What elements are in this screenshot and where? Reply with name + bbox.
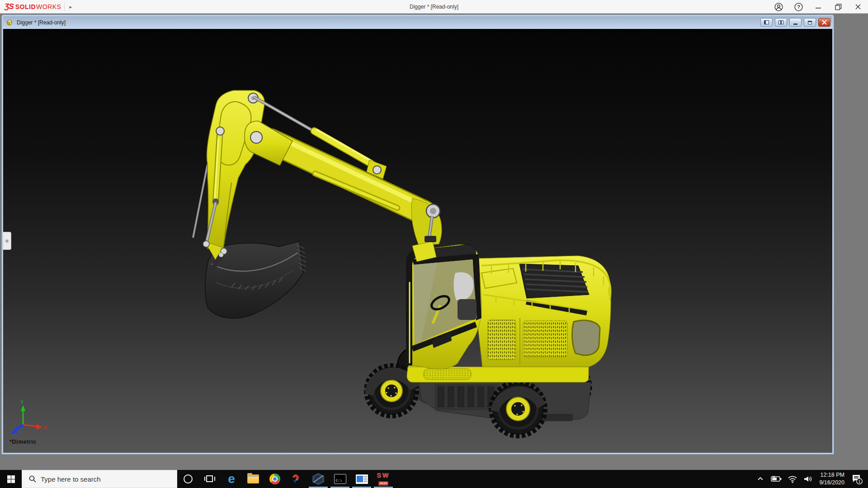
wifi-icon[interactable] bbox=[785, 470, 800, 488]
taskbar-clock[interactable]: 12:18 PM 9/16/2020 bbox=[816, 471, 848, 487]
sw-icon-letters: SW bbox=[377, 472, 390, 479]
solidworks-logo-glyph: ƷS bbox=[5, 2, 14, 11]
sw-icon-year: 2020 bbox=[378, 481, 388, 486]
svg-text:?: ? bbox=[797, 4, 800, 9]
minimize-icon[interactable] bbox=[814, 2, 823, 11]
document-title: Digger * [Read-only] bbox=[17, 19, 66, 26]
document-window: Digger * [Read-only] bbox=[2, 15, 834, 454]
excavator[interactable] bbox=[193, 90, 611, 436]
restore-icon[interactable] bbox=[834, 2, 843, 11]
windows-logo-icon bbox=[7, 475, 15, 483]
mdi-client-area: Digger * [Read-only] bbox=[0, 14, 868, 470]
taskbar-item-snip-tool[interactable]: ✂ bbox=[286, 470, 307, 488]
media-app-icon bbox=[356, 474, 368, 484]
account-icon[interactable] bbox=[774, 2, 783, 11]
app-title: Digger * [Read-only] bbox=[0, 0, 868, 14]
svg-text:Y: Y bbox=[20, 399, 24, 405]
doc-restore-icon bbox=[808, 21, 812, 24]
close-icon[interactable] bbox=[854, 2, 863, 11]
doc-minimize-button[interactable] bbox=[789, 18, 802, 27]
view-orientation-label: *Dimetric bbox=[9, 438, 37, 445]
search-input[interactable] bbox=[41, 475, 158, 483]
upper-body[interactable] bbox=[477, 256, 611, 367]
pane-previous-button[interactable] bbox=[760, 18, 773, 27]
taskbar: e ✂ C:\ SW 2020 bbox=[0, 470, 868, 488]
search-icon bbox=[29, 475, 36, 483]
taskbar-item-media-app[interactable] bbox=[351, 470, 373, 488]
speaker-icon[interactable] bbox=[800, 470, 816, 488]
solidworks-logo-bold: SOLID bbox=[15, 3, 36, 10]
edge-icon: e bbox=[228, 473, 235, 485]
hex-cube-icon bbox=[312, 473, 324, 485]
excavator-3d-model[interactable]: Y X bbox=[3, 29, 832, 453]
doc-close-button[interactable] bbox=[818, 18, 830, 27]
titlebar-separator bbox=[64, 2, 65, 11]
svg-text:X: X bbox=[44, 425, 47, 430]
featuremanager-collapse-tab[interactable] bbox=[3, 232, 11, 250]
taskbar-item-hex-cube-app[interactable] bbox=[307, 470, 329, 488]
taskbar-item-cortana[interactable] bbox=[177, 470, 199, 488]
cab[interactable] bbox=[406, 244, 481, 369]
taskbar-item-task-view[interactable] bbox=[199, 470, 221, 488]
solidworks-logo-light: WORKS bbox=[36, 3, 61, 10]
doc-close-icon bbox=[822, 20, 827, 25]
clock-date: 9/16/2020 bbox=[819, 479, 844, 487]
pane-next-button[interactable] bbox=[775, 18, 787, 27]
file-explorer-icon bbox=[247, 474, 259, 483]
solidworks-2020-icon: SW 2020 bbox=[377, 472, 390, 486]
tray-chevron-icon[interactable] bbox=[753, 470, 768, 488]
chrome-icon bbox=[269, 474, 280, 484]
document-titlebar[interactable]: Digger * [Read-only] bbox=[3, 16, 832, 29]
command-prompt-icon: C:\ bbox=[334, 474, 346, 484]
graphics-viewport[interactable]: Y X *Dimetric bbox=[3, 29, 832, 453]
doc-minimize-icon bbox=[793, 23, 797, 25]
action-center-icon[interactable]: 1 bbox=[848, 470, 865, 488]
orientation-triad: Y X bbox=[11, 399, 47, 434]
system-tray: 12:18 PM 9/16/2020 1 bbox=[753, 470, 868, 488]
snip-tool-icon: ✂ bbox=[291, 473, 302, 485]
boom-arm[interactable] bbox=[245, 97, 424, 212]
taskbar-search[interactable] bbox=[22, 470, 177, 488]
rear-window bbox=[572, 320, 600, 355]
start-button[interactable] bbox=[0, 470, 22, 488]
desktop: ƷS SOLID WORKS ▸ Digger * [Read-only] ? bbox=[0, 0, 868, 488]
notification-badge: 1 bbox=[858, 479, 860, 483]
part-document-icon bbox=[6, 19, 13, 26]
help-icon[interactable]: ? bbox=[794, 2, 803, 11]
battery-icon[interactable] bbox=[768, 470, 785, 488]
cortana-icon bbox=[184, 474, 193, 483]
clock-time: 12:18 PM bbox=[819, 471, 844, 479]
doc-restore-button[interactable] bbox=[804, 18, 816, 27]
task-view-icon bbox=[204, 475, 215, 483]
solidworks-logo: ƷS SOLID WORKS ▸ bbox=[5, 0, 72, 14]
step-rail bbox=[407, 367, 589, 382]
taskbar-item-file-explorer[interactable] bbox=[242, 470, 264, 488]
terminal-prompt-text: C:\ bbox=[336, 479, 342, 483]
pane-right-icon bbox=[778, 20, 783, 24]
taskbar-item-edge[interactable]: e bbox=[221, 470, 242, 488]
taskbar-item-chrome[interactable] bbox=[264, 470, 286, 488]
pane-left-icon bbox=[764, 20, 769, 24]
taskbar-item-command-prompt[interactable]: C:\ bbox=[329, 470, 351, 488]
taskbar-item-solidworks-2020[interactable]: SW 2020 bbox=[373, 470, 394, 488]
brand-flyout-arrow[interactable]: ▸ bbox=[69, 4, 72, 10]
app-titlebar[interactable]: ƷS SOLID WORKS ▸ Digger * [Read-only] ? bbox=[0, 0, 868, 14]
